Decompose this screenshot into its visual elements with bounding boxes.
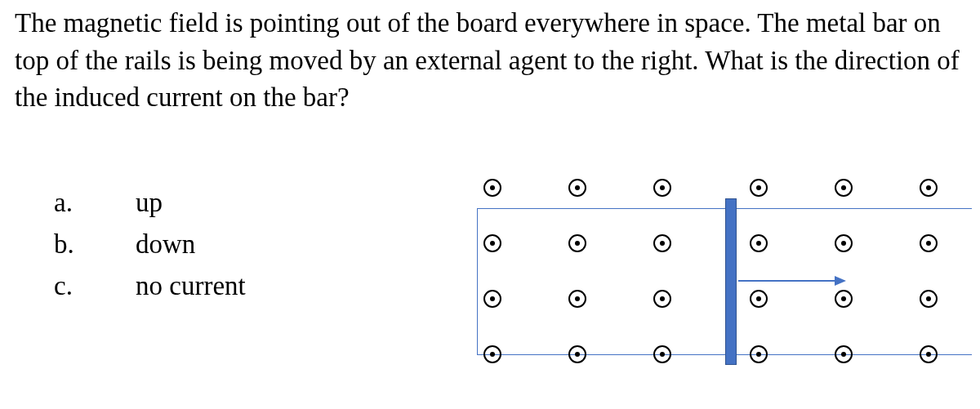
metal-bar: [725, 198, 737, 365]
option-b[interactable]: b. down: [54, 224, 466, 265]
field-out-of-page-icon: [750, 345, 768, 363]
field-out-of-page-icon: [653, 179, 671, 197]
field-out-of-page-icon: [835, 345, 853, 363]
option-label: down: [136, 224, 195, 265]
option-letter: a.: [54, 182, 136, 224]
physics-diagram: [466, 167, 972, 380]
field-out-of-page-icon: [483, 234, 501, 252]
field-out-of-page-icon: [483, 179, 501, 197]
field-out-of-page-icon: [653, 345, 671, 363]
question-text: The magnetic field is pointing out of th…: [15, 5, 972, 117]
field-out-of-page-icon: [568, 179, 586, 197]
field-out-of-page-icon: [653, 290, 671, 308]
field-out-of-page-icon: [835, 179, 853, 197]
field-out-of-page-icon: [568, 345, 586, 363]
option-c[interactable]: c. no current: [54, 265, 466, 307]
option-letter: b.: [54, 224, 136, 265]
motion-arrow-icon: [738, 280, 844, 282]
field-out-of-page-icon: [920, 179, 938, 197]
field-out-of-page-icon: [750, 179, 768, 197]
field-out-of-page-icon: [750, 234, 768, 252]
option-letter: c.: [54, 265, 136, 307]
option-label: up: [136, 182, 163, 224]
field-out-of-page-icon: [835, 234, 853, 252]
field-out-of-page-icon: [568, 234, 586, 252]
field-out-of-page-icon: [835, 290, 853, 308]
options-list: a. up b. down c. no current: [15, 167, 466, 380]
field-out-of-page-icon: [483, 345, 501, 363]
field-out-of-page-icon: [483, 290, 501, 308]
field-out-of-page-icon: [920, 290, 938, 308]
field-out-of-page-icon: [920, 234, 938, 252]
rails-outline: [477, 208, 972, 355]
field-out-of-page-icon: [750, 290, 768, 308]
field-out-of-page-icon: [653, 234, 671, 252]
option-label: no current: [136, 265, 246, 307]
option-a[interactable]: a. up: [54, 182, 466, 224]
field-out-of-page-icon: [568, 290, 586, 308]
field-out-of-page-icon: [920, 345, 938, 363]
